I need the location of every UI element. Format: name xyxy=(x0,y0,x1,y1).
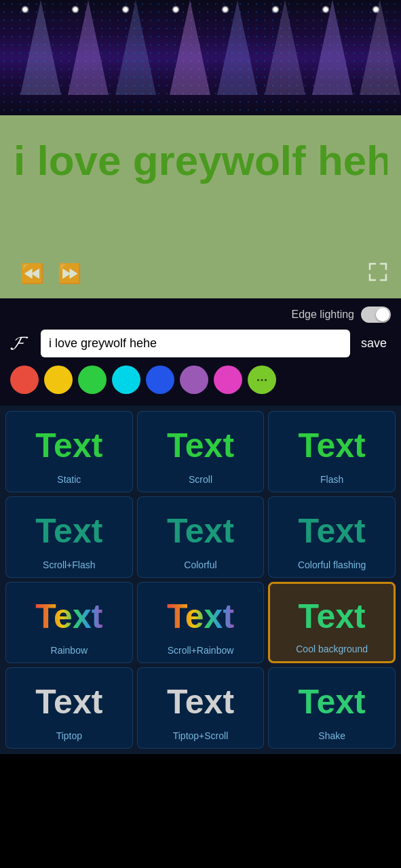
color-red[interactable] xyxy=(10,366,39,394)
light-source-5 xyxy=(221,5,229,14)
effect-label-rainbow: Rainbow xyxy=(51,645,88,656)
display-area: i love greywolf hehe ⏪ ⏩ xyxy=(0,115,401,298)
effect-text-tiptop-scroll: Text xyxy=(167,676,234,728)
light-source-6 xyxy=(271,5,280,14)
edge-lighting-row: Edge lighting xyxy=(10,307,391,323)
effect-text-scroll-flash: Text xyxy=(35,505,102,557)
spotlight-2 xyxy=(68,0,109,95)
effect-shake[interactable]: TextShake xyxy=(268,667,396,749)
effect-text-scroll-rainbow: Text xyxy=(167,591,234,642)
effect-cool-bg[interactable]: TextCool background xyxy=(268,582,396,663)
effect-colorful-flash[interactable]: TextColorful flashing xyxy=(268,496,396,578)
spotlight-7 xyxy=(312,0,353,95)
light-source-3 xyxy=(121,5,130,14)
effect-label-flash: Flash xyxy=(320,474,343,485)
effect-label-shake: Shake xyxy=(318,730,345,741)
effect-scroll[interactable]: TextScroll xyxy=(137,411,265,492)
effects-grid: TextStaticTextScrollTextFlashTextScroll+… xyxy=(0,406,401,754)
spotlight-6 xyxy=(265,0,305,95)
effect-label-colorful-flash: Colorful flashing xyxy=(298,559,366,570)
effect-label-static: Static xyxy=(57,474,81,485)
light-source-4 xyxy=(172,5,180,14)
light-source-7 xyxy=(322,5,330,14)
edge-lighting-label: Edge lighting xyxy=(291,309,354,321)
control-panel: Edge lighting 𝓕 save ··· xyxy=(0,298,401,406)
effect-text-static: Text xyxy=(35,420,102,471)
save-button[interactable]: save xyxy=(357,336,391,351)
effect-text-rainbow: Text xyxy=(35,591,102,642)
display-text: i love greywolf hehe xyxy=(14,136,387,186)
light-source-2 xyxy=(71,5,79,14)
light-source-8 xyxy=(372,5,380,14)
expand-button[interactable] xyxy=(368,262,387,285)
effect-text-scroll: Text xyxy=(167,420,234,471)
light-source-1 xyxy=(21,5,29,14)
effect-text-cool-bg: Text xyxy=(299,592,366,641)
effect-static[interactable]: TextStatic xyxy=(5,411,133,492)
effect-text-colorful-flash: Text xyxy=(299,505,366,557)
font-icon: 𝓕 xyxy=(10,332,34,355)
stage-lights xyxy=(0,0,401,115)
input-row: 𝓕 save xyxy=(10,330,391,357)
spotlight-3 xyxy=(115,0,156,95)
effect-flash[interactable]: TextFlash xyxy=(268,411,396,492)
spotlight-1 xyxy=(20,0,61,95)
effect-label-scroll-flash: Scroll+Flash xyxy=(43,559,95,570)
color-more-button[interactable]: ··· xyxy=(248,366,276,394)
effect-text-colorful: Text xyxy=(167,505,234,557)
color-palette: ··· xyxy=(10,366,391,394)
rewind-button[interactable]: ⏪ xyxy=(14,259,51,288)
effect-text-shake: Text xyxy=(299,676,366,728)
text-input[interactable] xyxy=(41,330,350,357)
toggle-knob xyxy=(376,308,389,321)
stage-header xyxy=(0,0,401,115)
color-purple[interactable] xyxy=(180,366,208,394)
effect-label-tiptop: Tiptop xyxy=(56,730,82,741)
effect-text-flash: Text xyxy=(299,420,366,471)
effect-scroll-flash[interactable]: TextScroll+Flash xyxy=(5,496,133,578)
color-magenta[interactable] xyxy=(214,366,242,394)
effect-text-tiptop: Text xyxy=(35,676,102,728)
effect-label-tiptop-scroll: Tiptop+Scroll xyxy=(173,730,229,741)
color-green[interactable] xyxy=(78,366,107,394)
effect-rainbow[interactable]: TextRainbow xyxy=(5,582,133,663)
display-controls: ⏪ ⏩ xyxy=(0,259,401,288)
effect-label-scroll-rainbow: Scroll+Rainbow xyxy=(168,645,234,656)
light-sources xyxy=(0,5,401,14)
effect-label-colorful: Colorful xyxy=(184,559,216,570)
effect-label-scroll: Scroll xyxy=(189,474,212,485)
effect-label-cool-bg: Cool background xyxy=(296,644,368,654)
edge-lighting-toggle[interactable] xyxy=(361,307,391,323)
expand-icon xyxy=(368,262,387,281)
color-cyan[interactable] xyxy=(112,366,140,394)
effect-tiptop[interactable]: TextTiptop xyxy=(5,667,133,749)
effect-tiptop-scroll[interactable]: TextTiptop+Scroll xyxy=(137,667,265,749)
color-blue[interactable] xyxy=(146,366,174,394)
spotlight-5 xyxy=(217,0,258,95)
color-yellow[interactable] xyxy=(44,366,73,394)
effect-scroll-rainbow[interactable]: TextScroll+Rainbow xyxy=(137,582,265,663)
effect-colorful[interactable]: TextColorful xyxy=(137,496,265,578)
forward-button[interactable]: ⏩ xyxy=(51,259,88,288)
spotlight-8 xyxy=(360,0,400,95)
spotlight-4 xyxy=(170,0,210,95)
